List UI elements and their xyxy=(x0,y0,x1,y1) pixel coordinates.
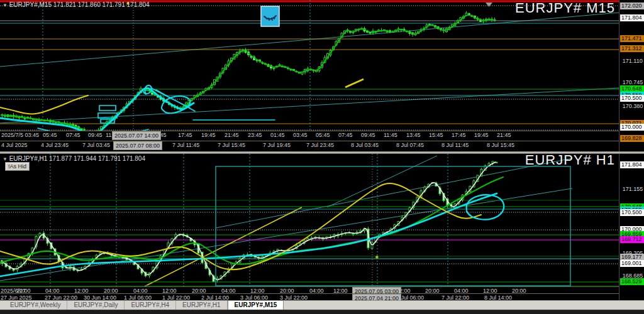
time-axis-label: 8 Jul 14:00 xyxy=(484,295,512,300)
moving-average-line xyxy=(1,15,494,131)
price-scale-label: 169.001 xyxy=(620,260,644,267)
time-axis-label: 07:45 xyxy=(338,132,353,138)
price-scale-label: 171.804 xyxy=(620,14,644,21)
time-axis-label: 07:45 xyxy=(66,132,80,138)
time-axis-label: 27 Jun 2025 xyxy=(1,295,32,300)
time-axis-label: 2 Jul 14:00 xyxy=(201,295,229,300)
m15-chart-panel: ▼ EURJPY#,M15 171.821 171.860 171.791 17… xyxy=(0,0,644,151)
m15-time-axis-row2[interactable]: 4 Jul 20254 Jul 23:457 Jul 03:457 Jul 11… xyxy=(0,141,619,151)
highlighted-time-label: 2025.07.07 08:00 xyxy=(113,141,162,150)
price-scale-label: 171.471 xyxy=(620,35,644,42)
price-scale-label: 170.000 xyxy=(620,124,644,131)
price-scale-label: 170.500 xyxy=(620,95,644,102)
tab-eurjpy-daily[interactable]: EURJPY#,Daily xyxy=(67,301,125,310)
time-axis-label: 8 Jul 15:45 xyxy=(487,142,514,148)
trend-line xyxy=(345,79,364,87)
time-axis-label: 30 Jun 14:00 xyxy=(84,295,116,300)
highlighted-time-label: 2025.07.05 03:00 xyxy=(352,287,401,293)
m15-chart-canvas[interactable]: ✶ xyxy=(0,0,619,131)
h1-ohlc-values: 171.877 171.944 171.791 171.804 xyxy=(49,155,145,162)
time-axis-label: 4 Jul 2025 xyxy=(1,142,28,148)
time-axis-label: 12:00 xyxy=(333,288,348,293)
status-bar xyxy=(0,310,644,314)
triangle-marker xyxy=(486,3,492,7)
trading-terminal-window: ▼ EURJPY#,M15 171.821 171.860 171.791 17… xyxy=(0,0,644,314)
time-axis-label: 09:45 xyxy=(88,132,103,138)
h1-time-axis-row1[interactable]: 2025/6/2720:0004:0012:0020:0004:0012:002… xyxy=(0,286,619,293)
time-axis-label: 20:00 xyxy=(16,288,31,293)
m15-chart-title: ▼ EURJPY#,M15 171.821 171.860 171.791 17… xyxy=(3,1,150,8)
tab-eurjpy-weekly[interactable]: EURJPY#,Weekly xyxy=(4,301,67,310)
time-axis-label: 04:00 xyxy=(45,288,60,293)
moving-average-line xyxy=(0,95,88,114)
star-marker: ✶ xyxy=(374,254,379,261)
time-axis-label: 7 Jul 15:45 xyxy=(218,142,245,148)
hand-drawn-annotation xyxy=(98,106,117,123)
h1-time-axis-row2[interactable]: 27 Jun 202527 Jun 22:0030 Jun 14:001 Jul… xyxy=(0,293,619,300)
time-axis-label: 15:45 xyxy=(429,132,443,138)
time-axis-label: 12:00 xyxy=(250,288,265,293)
time-axis-label: 05:45 xyxy=(316,132,330,138)
h1-price-scale[interactable]: 171.804 171.155170.648170.559170.500170.… xyxy=(619,154,644,300)
highlighted-time-label: 2025.07.07 14:00 xyxy=(112,131,161,140)
h1-symbol-label: EURJPY#,H1 xyxy=(9,155,48,162)
time-axis-label: 7 Jul 11:45 xyxy=(172,142,199,148)
time-axis-label: 1 Jul 06:00 xyxy=(124,295,152,300)
time-axis-label: 20:00 xyxy=(280,288,294,293)
h1-chart-title: ▼ EURJPY#,H1 171.877 171.944 171.791 171… xyxy=(3,155,145,162)
m15-time-axis-row1[interactable]: 2025/7/5 03:4505:4507:4509:4511:5:4517:4… xyxy=(0,131,619,141)
time-axis-label: 2025/7/5 03:45 xyxy=(1,132,39,138)
m15-watermark-label: EURJPY# M15 xyxy=(515,0,615,16)
chart-logo-icon[interactable] xyxy=(260,5,280,28)
price-scale-label: 169.712 xyxy=(620,236,644,243)
time-axis-label: 09:45 xyxy=(361,132,375,138)
time-axis-label: 12:00 xyxy=(162,288,177,293)
time-axis-label: 7 Jul 23:45 xyxy=(306,142,334,148)
time-axis-label: 21:45 xyxy=(225,132,239,138)
chart-dropdown-icon[interactable]: ▼ xyxy=(3,3,8,8)
h1-watermark-label: EURJPY# H1 xyxy=(525,152,615,168)
m15-price-scale[interactable]: 172.020171.804171.471171.312 171.110 170… xyxy=(619,0,644,151)
tab-eurjpy-h1[interactable]: EURJPY#,H1 xyxy=(176,301,228,310)
time-axis-label: 19:45 xyxy=(474,132,489,138)
time-axis-label: 27 Jun 22:00 xyxy=(45,295,77,300)
candles xyxy=(1,11,496,131)
time-axis-label: 8 Jul 11:45 xyxy=(441,142,469,148)
time-axis-label: 7 Jul 22:00 xyxy=(441,295,469,300)
time-axis-label: 03:45 xyxy=(293,132,308,138)
time-axis-label: 23:45 xyxy=(248,132,262,138)
price-scale-label: 168.529 xyxy=(620,278,644,285)
time-axis-label: 19:45 xyxy=(201,132,216,138)
time-axis-label: 05:45 xyxy=(43,132,57,138)
highlighted-time-label: 2025.07.04 21:00 xyxy=(352,294,401,300)
h1-chart-panel: ▼ EURJPY#,H1 171.877 171.944 171.791 171… xyxy=(0,154,644,300)
chart-dropdown-icon[interactable]: ▼ xyxy=(3,156,8,162)
time-axis-label: 21:45 xyxy=(497,132,511,138)
price-scale-label: 169.828 xyxy=(620,135,644,142)
hand-drawn-annotation xyxy=(467,195,504,219)
time-axis-label: 04:00 xyxy=(221,288,236,293)
time-axis-label: 8 Jul 03:45 xyxy=(351,142,379,148)
tab-eurjpy-m15[interactable]: EURJPY#,M15 xyxy=(228,300,284,310)
price-scale-label: 171.312 xyxy=(620,45,644,52)
time-axis-label: 20:00 xyxy=(192,288,206,293)
trend-line xyxy=(327,156,437,207)
time-axis-label: 04:00 xyxy=(454,288,469,293)
time-axis-label: 8 Jul 07:45 xyxy=(396,142,424,148)
time-axis-label: 17:45 xyxy=(178,132,192,138)
time-axis-label: 13:45 xyxy=(406,132,421,138)
price-scale-label: 171.110 xyxy=(620,58,644,65)
time-axis-label: 20:00 xyxy=(104,288,118,293)
time-axis-label: 4 Jul 23:45 xyxy=(41,142,69,148)
price-scale-label: 171.804 xyxy=(620,161,644,168)
time-axis-label: 3 Jul 06:00 xyxy=(240,295,268,300)
h1-chart-canvas[interactable]: ✶ xyxy=(0,154,619,286)
time-axis-label: 20:00 xyxy=(425,288,440,293)
time-axis-label: 04:00 xyxy=(133,288,148,293)
time-axis-label: 12:00 xyxy=(74,288,89,293)
time-axis-label: 3 Jul 22:00 xyxy=(280,295,308,300)
trend-line xyxy=(216,158,572,228)
as-hid-button[interactable]: !As Hid xyxy=(5,162,30,171)
m15-symbol-label: EURJPY#,M15 xyxy=(9,1,52,8)
tab-eurjpy-h4[interactable]: EURJPY#,H4 xyxy=(125,301,176,310)
